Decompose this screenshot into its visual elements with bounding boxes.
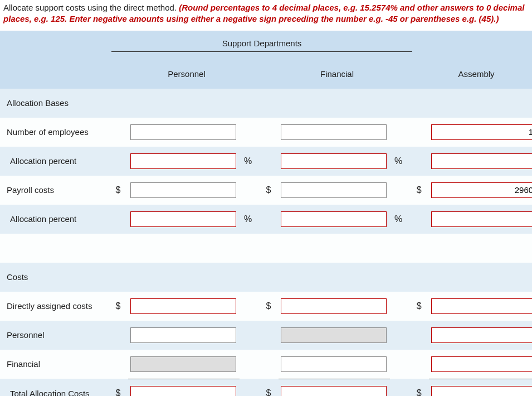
dollar-symbol: $ bbox=[414, 388, 423, 396]
direct-personnel-input[interactable] bbox=[130, 298, 236, 314]
row-financial: Financial bbox=[0, 350, 111, 379]
instruction-text: Allocate support costs using the direct … bbox=[3, 3, 179, 12]
pct-symbol: % bbox=[392, 156, 404, 166]
personnel-assembly-input[interactable] bbox=[431, 327, 532, 343]
personnel-financial-input bbox=[281, 327, 387, 343]
row-payroll: Payroll costs bbox=[0, 176, 111, 205]
pct-symbol: % bbox=[242, 156, 254, 166]
personnel-personnel-input[interactable] bbox=[130, 327, 236, 343]
allocation-table: Support Departments O Personnel Financia… bbox=[0, 31, 532, 397]
dollar-symbol: $ bbox=[264, 301, 273, 311]
allocpct1-financial-input[interactable] bbox=[281, 153, 387, 169]
allocpct2-personnel-input[interactable] bbox=[130, 211, 236, 227]
emp-personnel-input[interactable] bbox=[130, 124, 236, 140]
dollar-symbol: $ bbox=[414, 185, 423, 195]
allocpct2-financial-input[interactable] bbox=[281, 211, 387, 227]
emp-assembly-input[interactable] bbox=[431, 124, 532, 140]
header-financial: Financial bbox=[262, 60, 412, 89]
total-financial-input[interactable] bbox=[281, 386, 387, 397]
header-personnel: Personnel bbox=[111, 60, 262, 89]
header-support: Support Departments bbox=[111, 31, 412, 60]
row-direct: Directly assigned costs bbox=[0, 292, 111, 321]
financial-financial-input[interactable] bbox=[281, 356, 387, 372]
allocpct1-assembly-input[interactable] bbox=[431, 153, 532, 169]
direct-financial-input[interactable] bbox=[281, 298, 387, 314]
emp-financial-input[interactable] bbox=[281, 124, 387, 140]
total-personnel-input[interactable] bbox=[130, 386, 236, 397]
dollar-symbol: $ bbox=[114, 388, 123, 396]
payroll-assembly-input[interactable] bbox=[431, 182, 532, 198]
allocpct2-assembly-input[interactable] bbox=[431, 211, 532, 227]
dollar-symbol: $ bbox=[114, 301, 123, 311]
row-total: Total Allocation Costs bbox=[0, 379, 111, 396]
payroll-personnel-input[interactable] bbox=[130, 182, 236, 198]
dollar-symbol: $ bbox=[264, 388, 273, 396]
dollar-symbol: $ bbox=[414, 301, 423, 311]
row-personnel: Personnel bbox=[0, 321, 111, 350]
header-op: O bbox=[429, 31, 532, 60]
dollar-symbol: $ bbox=[264, 185, 273, 195]
financial-assembly-input[interactable] bbox=[431, 356, 532, 372]
pct-symbol: % bbox=[242, 214, 254, 224]
row-costs: Costs bbox=[0, 263, 111, 292]
dollar-symbol: $ bbox=[114, 185, 123, 195]
row-num-employees: Number of employees bbox=[0, 118, 111, 147]
row-alloc-pct-2: Allocation percent bbox=[0, 205, 111, 234]
total-assembly-input[interactable] bbox=[431, 386, 532, 397]
header-assembly: Assembly bbox=[412, 60, 532, 89]
row-alloc-pct-1: Allocation percent bbox=[0, 147, 111, 176]
pct-symbol: % bbox=[392, 214, 404, 224]
payroll-financial-input[interactable] bbox=[281, 182, 387, 198]
financial-personnel-input bbox=[130, 356, 236, 372]
row-alloc-bases: Allocation Bases bbox=[0, 89, 111, 118]
allocpct1-personnel-input[interactable] bbox=[130, 153, 236, 169]
direct-assembly-input[interactable] bbox=[431, 298, 532, 314]
